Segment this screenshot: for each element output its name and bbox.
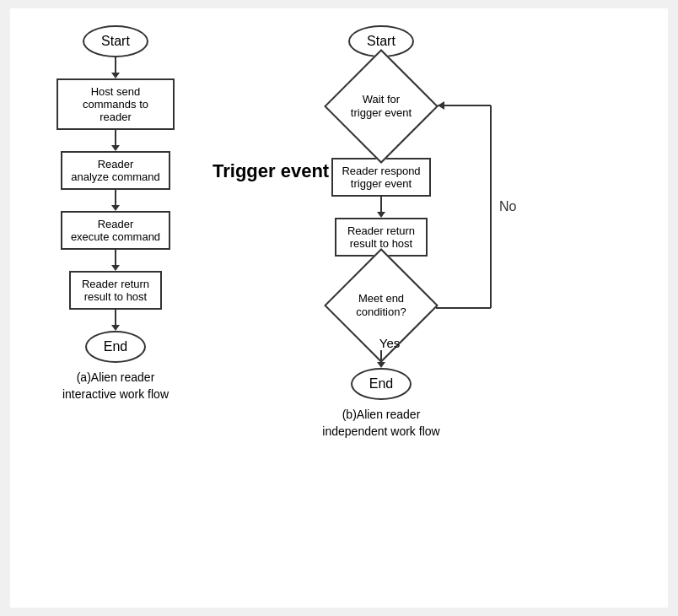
b-diamond-end-cond: Meet endcondition? xyxy=(326,278,436,332)
a-caption: (a)Alien readerinteractive work flow xyxy=(62,370,169,403)
b-end-oval: End xyxy=(351,368,412,400)
b-caption: (b)Alien readerindependent work flow xyxy=(322,407,439,440)
yes-label: Yes xyxy=(379,336,400,350)
a-box-host-send: Host sendcommands to reader xyxy=(56,78,175,130)
column-a: Start Host sendcommands to reader Reader… xyxy=(35,25,196,403)
a-arrow-4 xyxy=(111,250,120,271)
a-end-oval: End xyxy=(85,331,146,363)
column-b: Start Wait fortrigger event Trigger even… xyxy=(297,25,465,440)
no-label: No xyxy=(499,199,517,213)
trigger-event-label: Trigger event xyxy=(213,160,329,182)
a-arrow-5 xyxy=(111,310,120,331)
a-arrow-2 xyxy=(111,130,120,151)
a-arrow-1 xyxy=(111,57,120,78)
b-arrow-3 xyxy=(377,197,385,218)
diagram-container: Start Host sendcommands to reader Reader… xyxy=(10,8,668,608)
b-diamond-wait: Wait fortrigger event xyxy=(326,78,436,133)
a-box-analyze: Readeranalyze command xyxy=(61,151,170,190)
a-start-oval: Start xyxy=(83,25,148,57)
a-arrow-3 xyxy=(111,190,120,211)
a-box-return: Reader returnresult to host xyxy=(69,271,162,310)
a-box-execute: Readerexecute command xyxy=(61,211,170,250)
b-yes-section: Yes xyxy=(363,332,400,368)
